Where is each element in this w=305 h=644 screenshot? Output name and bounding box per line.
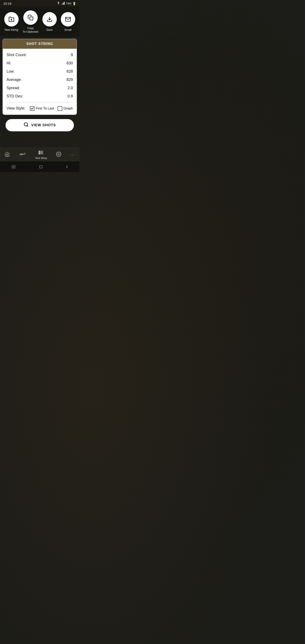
email-label: Email [64,28,72,32]
stat-label-std-dev: STD Dev: [6,94,23,98]
email-icon [65,16,71,22]
stat-row-average: Average: 829 [6,76,73,84]
status-icons: 74% 🔋 [56,2,76,5]
first-to-last-option[interactable]: First To Last [30,106,54,111]
view-style-row: View Style: First To Last [6,104,73,112]
card-title: SHOT STRING [26,42,53,46]
stat-label-shot-count: Shot Count: [6,53,27,57]
first-to-last-checkbox[interactable] [30,106,34,111]
status-bar: 10:18 74% 🔋 [0,0,80,6]
home-button[interactable]: ◻ [39,164,43,169]
more-icon: ··· [70,153,75,157]
stat-row-shot-count: Shot Count: 9 [6,51,73,59]
first-to-last-label: First To Last [36,106,54,110]
nav-item-rifle[interactable] [17,151,28,158]
svg-rect-0 [62,4,62,5]
stat-value-average: 829 [66,78,73,82]
copy-label: CopyTo Clipboard [23,26,38,34]
nav-item-settings[interactable] [54,150,64,159]
graph-checkbox[interactable] [58,106,62,111]
back-button[interactable]: ‹ [66,164,68,170]
copy-icon [28,14,34,20]
home-icon [4,152,10,158]
svg-point-20 [39,151,40,152]
svg-rect-6 [30,17,33,20]
email-circle [61,12,75,26]
wifi-icon [56,2,60,5]
stat-row-hi: Hi: 830 [6,59,73,67]
email-button[interactable]: Email [61,12,75,32]
bottom-nav: Shot String ··· [0,148,80,162]
stat-value-shot-count: 9 [71,53,73,57]
save-circle [42,12,57,26]
nav-item-shot-string[interactable]: Shot String [33,150,49,160]
view-style-label: View Style: [6,106,26,110]
stat-value-low: 828 [66,69,73,74]
status-time: 10:18 [4,2,12,5]
stat-value-hi: 830 [66,61,73,66]
checkmark-icon [30,107,34,110]
stat-label-hi: Hi: [6,61,11,66]
rifle-icon [19,152,26,158]
nav-label-shot-string: Shot String [35,157,47,159]
nav-item-home[interactable] [2,151,12,159]
battery-percent: 74% [66,2,72,5]
battery-icon: 🔋 [72,2,76,5]
stat-row-low: Low: 828 [6,67,73,76]
new-string-circle [4,12,19,26]
svg-point-23 [58,154,60,155]
shot-string-card: SHOT STRING Shot Count: 9 Hi: 830 Low: 8… [2,39,77,115]
card-divider [6,102,73,102]
stat-label-average: Average: [6,78,22,82]
stat-label-low: Low: [6,69,14,74]
svg-rect-2 [63,2,64,5]
new-string-label: New String [5,28,18,32]
svg-line-9 [27,126,28,126]
settings-icon [56,152,62,158]
stat-value-std-dev: 0.9 [68,94,73,98]
new-string-button[interactable]: New String [4,12,19,32]
save-button[interactable]: Save [42,12,57,32]
graph-option[interactable]: Graph [58,106,73,111]
svg-rect-1 [62,3,63,5]
view-shots-button[interactable]: VIEW SHOTS [5,119,74,132]
copy-clipboard-button[interactable]: CopyTo Clipboard [23,10,38,34]
card-header: SHOT STRING [3,39,77,49]
nav-item-more[interactable]: ··· [68,152,77,158]
graph-label: Graph [64,106,73,110]
folder-plus-icon [8,16,14,22]
save-icon [46,16,52,22]
svg-rect-3 [64,2,64,5]
view-options: First To Last Graph [30,106,73,111]
stat-row-std-dev: STD Dev: 0.9 [6,92,73,100]
stat-value-spread: 2.0 [68,86,73,90]
system-nav: ||| ◻ ‹ [0,162,80,172]
card-body: Shot Count: 9 Hi: 830 Low: 828 Average: … [3,49,77,114]
search-icon [24,122,28,128]
shot-string-nav-icon [38,150,44,156]
recent-apps-button[interactable]: ||| [12,164,16,169]
svg-point-21 [39,152,40,153]
view-shots-label: VIEW SHOTS [31,123,56,127]
signal-icon [62,2,65,5]
stat-label-spread: Spread: [6,86,20,90]
svg-point-22 [39,154,40,154]
action-bar: New String CopyTo Clipboard Save [0,6,80,37]
background-fill [0,136,80,148]
stat-row-spread: Spread: 2.0 [6,84,73,92]
save-label: Save [46,28,53,32]
copy-circle [23,10,38,25]
